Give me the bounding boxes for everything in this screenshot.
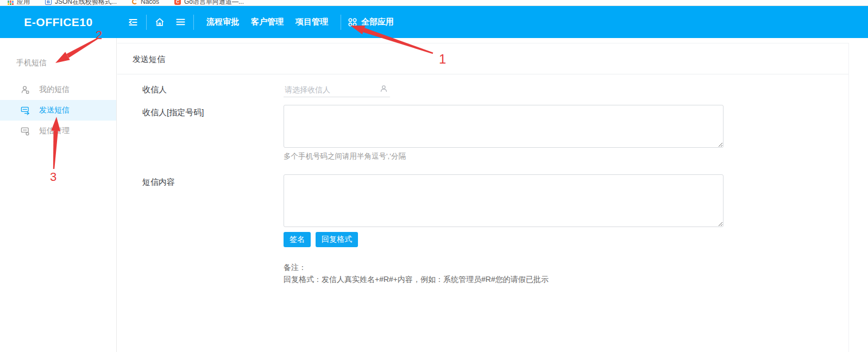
sidebar-module-title: 手机短信	[16, 58, 116, 68]
specified-numbers-textarea[interactable]	[284, 105, 724, 148]
csdn-icon: C	[174, 0, 181, 5]
apps-grid-icon	[8, 0, 14, 5]
bookmark-nacos[interactable]: Nacos	[132, 0, 159, 5]
send-sms-form: 收信人 收信人[指定号码] 多个手机号码之间请用半角逗号','分隔 短信内容	[117, 74, 848, 285]
menu-fold-icon[interactable]	[127, 16, 140, 29]
divider	[341, 15, 341, 30]
sms-manage-icon	[21, 127, 30, 136]
sms-content-label: 短信内容	[142, 174, 284, 227]
app-header: E-OFFICE10 流程审批 客户管理 项目管理	[0, 6, 868, 38]
send-sms-panel: 发送短信 收信人 收信人[指定号码] 多个手机号码之间请用半角逗号','分隔	[117, 43, 849, 352]
sidebar-item-my-sms[interactable]: 我的短信	[0, 79, 116, 100]
main-content: 发送短信 收信人 收信人[指定号码] 多个手机号码之间请用半角逗号','分隔	[117, 38, 868, 352]
divider	[146, 15, 147, 30]
nav-process-approval[interactable]: 流程审批	[206, 17, 239, 27]
specified-numbers-label: 收信人[指定号码]	[142, 105, 284, 148]
hamburger-icon[interactable]	[174, 16, 187, 29]
bookmark-label: Go语言单向通道—...	[184, 0, 244, 6]
reply-format-button[interactable]: 回复格式	[316, 232, 358, 247]
nacos-icon	[132, 0, 137, 4]
recipient-input[interactable]	[284, 83, 390, 97]
select-user-icon[interactable]	[380, 85, 388, 95]
divider	[193, 15, 194, 30]
note-line: 回复格式：发信人真实姓名+#R#+内容，例如：系统管理员#R#您的请假已批示	[284, 273, 848, 285]
sidebar-item-label: 短信管理	[39, 126, 70, 136]
all-apps-button[interactable]: 全部应用	[348, 17, 394, 27]
sidebar-item-label: 发送短信	[39, 105, 70, 115]
nav-project-management[interactable]: 项目管理	[295, 17, 328, 27]
sidebar: 手机短信 我的短信 发送短信 短信管理	[0, 38, 117, 352]
note-block: 备注： 回复格式：发信人真实姓名+#R#+内容，例如：系统管理员#R#您的请假已…	[284, 261, 848, 285]
all-apps-label: 全部应用	[361, 17, 394, 27]
sidebar-item-label: 我的短信	[39, 85, 70, 95]
bookmark-apps[interactable]: 应用	[8, 0, 30, 6]
bookmark-label: 应用	[17, 0, 30, 6]
all-apps-grid-icon	[348, 17, 357, 27]
note-title: 备注：	[284, 261, 848, 273]
browser-bookmarks-bar: 应用 B JSON在线校验格式... Nacos C Go语言单向通道—...	[0, 0, 868, 6]
recipient-label: 收信人	[142, 85, 284, 95]
bookmark-json[interactable]: B JSON在线校验格式...	[45, 0, 117, 6]
signature-button[interactable]: 签名	[284, 232, 311, 247]
user-icon	[21, 85, 30, 95]
bejson-icon: B	[45, 0, 52, 5]
bookmark-go-article[interactable]: C Go语言单向通道—...	[174, 0, 244, 6]
phone-format-hint: 多个手机号码之间请用半角逗号','分隔	[284, 152, 848, 161]
panel-title: 发送短信	[117, 43, 848, 74]
bookmark-label: JSON在线校验格式...	[55, 0, 117, 6]
nav-customer-management[interactable]: 客户管理	[251, 17, 284, 27]
sms-content-textarea[interactable]	[284, 174, 724, 227]
app-logo: E-OFFICE10	[0, 16, 117, 29]
bookmark-label: Nacos	[141, 0, 159, 5]
sidebar-item-sms-management[interactable]: 短信管理	[0, 121, 116, 141]
home-icon[interactable]	[153, 16, 166, 29]
sidebar-item-send-sms[interactable]: 发送短信	[0, 100, 116, 121]
send-sms-icon	[21, 106, 30, 115]
